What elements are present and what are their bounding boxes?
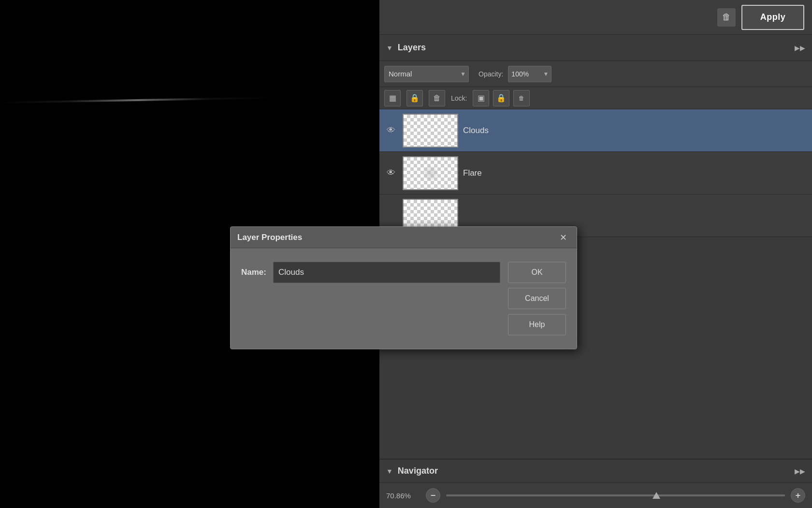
blend-mode-select[interactable]: Normal Dissolve Multiply Screen Overlay [384, 66, 469, 82]
visibility-eye-3[interactable]: 👁 [384, 209, 398, 223]
zoom-percent: 70.86% [386, 492, 420, 500]
lock-label: Lock: [451, 94, 467, 102]
dialog-titlebar: Layer Properties ✕ [231, 227, 577, 248]
layer-name-flare: Flare [463, 168, 807, 178]
dialog-body: Name: OK Cancel Help [231, 248, 577, 349]
zoom-minus-button[interactable]: − [426, 488, 440, 503]
navigator-expand-icon[interactable]: ▶▶ [795, 467, 805, 475]
layers-expand-icon[interactable]: ▶▶ [795, 44, 805, 52]
name-input[interactable] [273, 262, 500, 283]
dialog-form: Name: [241, 262, 500, 283]
navigator-collapse-arrow[interactable]: ▼ [386, 467, 393, 475]
delete-button[interactable]: 🗑 [717, 8, 736, 27]
lock-position-button[interactable]: 🔒 [406, 90, 423, 106]
visibility-eye-clouds[interactable]: 👁 [384, 124, 398, 137]
name-row: Name: [241, 262, 500, 283]
ok-button[interactable]: OK [508, 262, 566, 283]
zoom-plus-button[interactable]: + [791, 488, 805, 503]
layers-collapse-arrow[interactable]: ▼ [386, 44, 393, 52]
lock-pixels-icon: ▦ [389, 93, 396, 103]
lock-paint-button[interactable]: 🔒 [493, 90, 509, 106]
blend-mode-wrapper: Normal Dissolve Multiply Screen Overlay … [384, 66, 469, 82]
name-label: Name: [241, 268, 266, 277]
cancel-button[interactable]: Cancel [508, 288, 566, 309]
zoom-slider[interactable] [446, 494, 785, 496]
help-button[interactable]: Help [508, 314, 566, 335]
navigator-panel: ▼ Navigator ▶▶ 70.86% − + [379, 459, 812, 508]
dialog-close-button[interactable]: ✕ [557, 231, 570, 244]
lock-icon-group: ▣ 🔒 🗑 [473, 90, 530, 106]
opacity-label: Opacity: [478, 70, 503, 78]
opacity-wrapper: 100% 75% 50% 25% 0% ▼ [508, 66, 551, 82]
lock-all-button[interactable]: 🗑 [429, 90, 445, 106]
lock-icon: 🔒 [410, 93, 420, 103]
checker-bg-flare [404, 157, 457, 189]
layer-controls: Normal Dissolve Multiply Screen Overlay … [379, 61, 812, 87]
layers-panel-title: Layers [398, 43, 790, 53]
navigator-header: ▼ Navigator ▶▶ [379, 460, 812, 483]
visibility-eye-flare[interactable]: 👁 [384, 166, 398, 180]
apply-button[interactable]: Apply [741, 5, 804, 30]
opacity-select[interactable]: 100% 75% 50% 25% 0% [508, 66, 551, 82]
layer-name-clouds: Clouds [463, 126, 807, 135]
layer-properties-dialog: Layer Properties ✕ Name: OK Cancel Help [230, 226, 577, 349]
zoom-slider-track [446, 494, 785, 496]
checker-bg-clouds [404, 115, 457, 147]
lock-all-icon: 🗑 [433, 94, 441, 103]
layer-item-flare[interactable]: 👁 Flare [379, 152, 812, 194]
lock-transparency-button[interactable]: ▣ [473, 90, 489, 106]
navigator-controls: 70.86% − + [379, 483, 812, 508]
move-icon: 🗑 [519, 95, 524, 102]
layer-item-clouds[interactable]: 👁 Clouds [379, 109, 812, 152]
dialog-title: Layer Properties [237, 233, 557, 242]
navigator-panel-title: Navigator [398, 466, 790, 476]
trash-icon: 🗑 [722, 12, 731, 22]
flare-content [423, 166, 438, 180]
layers-panel-header: ▼ Layers ▶▶ [379, 35, 812, 61]
dialog-buttons: OK Cancel Help [508, 262, 566, 335]
layer-thumb-clouds [403, 114, 458, 148]
transparency-icon: ▣ [478, 93, 485, 103]
top-toolbar: 🗑 Apply [379, 0, 812, 35]
zoom-slider-thumb [652, 492, 660, 499]
lock-pixels-button[interactable]: ▦ [384, 90, 401, 106]
lock-row: ▦ 🔒 🗑 Lock: ▣ 🔒 🗑 [379, 87, 812, 109]
lock-move-button[interactable]: 🗑 [513, 90, 530, 106]
paint-icon: 🔒 [496, 93, 506, 103]
layer-thumb-flare [403, 156, 458, 190]
